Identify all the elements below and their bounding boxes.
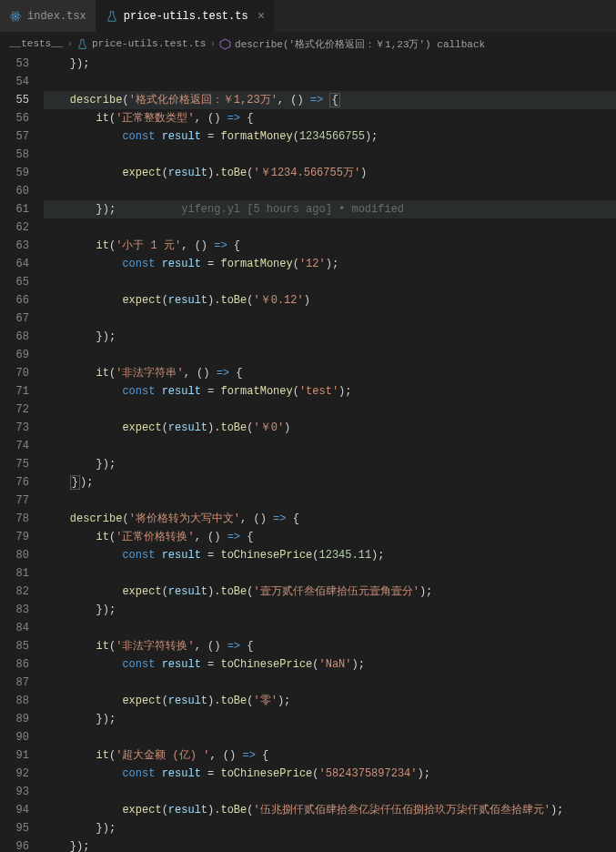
line-number: 61 bbox=[0, 200, 29, 218]
code-line[interactable] bbox=[44, 492, 616, 510]
line-number: 95 bbox=[0, 819, 29, 837]
line-number: 78 bbox=[0, 510, 29, 528]
code-line[interactable]: const result = toChinesePrice('582437589… bbox=[44, 765, 616, 783]
code-line[interactable]: expect(result).toBe('￥0') bbox=[44, 419, 616, 437]
code-line[interactable]: describe('将价格转为大写中文', () => { bbox=[44, 510, 616, 528]
line-number: 77 bbox=[0, 492, 29, 510]
code-editor[interactable]: 5354555657585960616263646566676869707172… bbox=[0, 55, 616, 852]
code-line[interactable] bbox=[44, 728, 616, 746]
code-line[interactable]: }); bbox=[44, 819, 616, 837]
line-number: 56 bbox=[0, 109, 29, 127]
tab-index[interactable]: index.tsx bbox=[0, 0, 96, 32]
code-line[interactable] bbox=[44, 674, 616, 692]
code-line[interactable]: expect(result).toBe('￥0.12') bbox=[44, 291, 616, 309]
code-line[interactable] bbox=[44, 309, 616, 328]
code-line[interactable] bbox=[44, 273, 616, 291]
code-line[interactable]: }); yifeng.yl [5 hours ago] • modified bbox=[44, 200, 616, 218]
line-number: 90 bbox=[0, 728, 29, 746]
line-number: 54 bbox=[0, 73, 29, 91]
line-number: 64 bbox=[0, 255, 29, 273]
code-line[interactable]: const result = formatMoney(1234566755); bbox=[44, 127, 616, 146]
tab-price-utils-test[interactable]: price-utils.test.ts × bbox=[96, 0, 275, 32]
line-number: 67 bbox=[0, 309, 29, 328]
line-gutter: 5354555657585960616263646566676869707172… bbox=[0, 55, 44, 852]
line-number: 69 bbox=[0, 346, 29, 364]
line-number: 81 bbox=[0, 564, 29, 583]
editor-tabs: index.tsx price-utils.test.ts × bbox=[0, 0, 616, 33]
line-number: 59 bbox=[0, 164, 29, 182]
code-line[interactable]: const result = toChinesePrice('NaN'); bbox=[44, 655, 616, 674]
line-number: 63 bbox=[0, 237, 29, 255]
code-line[interactable]: }); bbox=[44, 328, 616, 346]
line-number: 53 bbox=[0, 55, 29, 73]
line-number: 58 bbox=[0, 146, 29, 164]
line-number: 68 bbox=[0, 328, 29, 346]
tab-label: index.tsx bbox=[27, 10, 86, 23]
code-line[interactable]: const result = formatMoney('12'); bbox=[44, 255, 616, 273]
line-number: 82 bbox=[0, 583, 29, 601]
code-line[interactable]: expect(result).toBe('壹万贰仟叁佰肆拾伍元壹角壹分'); bbox=[44, 583, 616, 601]
code-line[interactable]: }); bbox=[44, 837, 616, 852]
code-line[interactable]: }); bbox=[44, 473, 616, 492]
code-line[interactable]: }); bbox=[44, 710, 616, 728]
code-line[interactable] bbox=[44, 619, 616, 637]
breadcrumb: __tests__ › price-utils.test.ts › descri… bbox=[0, 33, 616, 55]
line-number: 79 bbox=[0, 528, 29, 546]
code-line[interactable] bbox=[44, 437, 616, 455]
code-content[interactable]: }); describe('格式化价格返回：￥1,23万', () => { i… bbox=[44, 55, 616, 852]
line-number: 62 bbox=[0, 218, 29, 237]
line-number: 66 bbox=[0, 291, 29, 309]
code-line[interactable]: expect(result).toBe('伍兆捌仟贰佰肆拾叁亿柒仟伍佰捌拾玖万柒… bbox=[44, 801, 616, 819]
line-number: 65 bbox=[0, 273, 29, 291]
code-line[interactable]: describe('格式化价格返回：￥1,23万', () => { bbox=[44, 91, 616, 109]
line-number: 72 bbox=[0, 401, 29, 419]
code-line[interactable] bbox=[44, 146, 616, 164]
test-file-icon bbox=[76, 38, 88, 50]
code-line[interactable]: expect(result).toBe('￥1234.566755万') bbox=[44, 164, 616, 182]
line-number: 92 bbox=[0, 765, 29, 783]
line-number: 76 bbox=[0, 473, 29, 492]
code-line[interactable]: it('非法字符转换', () => { bbox=[44, 637, 616, 655]
code-line[interactable]: expect(result).toBe('零'); bbox=[44, 692, 616, 710]
code-line[interactable]: it('非法字符串', () => { bbox=[44, 364, 616, 382]
line-number: 91 bbox=[0, 746, 29, 765]
code-line[interactable]: it('正常整数类型', () => { bbox=[44, 109, 616, 127]
breadcrumb-file[interactable]: price-utils.test.ts bbox=[92, 38, 206, 49]
breadcrumb-folder[interactable]: __tests__ bbox=[9, 38, 63, 49]
code-line[interactable]: it('正常价格转换', () => { bbox=[44, 528, 616, 546]
line-number: 93 bbox=[0, 783, 29, 801]
code-line[interactable]: }); bbox=[44, 601, 616, 619]
line-number: 86 bbox=[0, 655, 29, 674]
chevron-right-icon: › bbox=[66, 38, 73, 49]
chevron-right-icon: › bbox=[209, 38, 216, 49]
svg-point-0 bbox=[15, 15, 16, 16]
code-line[interactable] bbox=[44, 346, 616, 364]
code-line[interactable] bbox=[44, 783, 616, 801]
code-line[interactable]: }); bbox=[44, 55, 616, 73]
line-number: 88 bbox=[0, 692, 29, 710]
line-number: 85 bbox=[0, 637, 29, 655]
line-number: 83 bbox=[0, 601, 29, 619]
line-number: 57 bbox=[0, 127, 29, 146]
code-line[interactable]: const result = toChinesePrice(12345.11); bbox=[44, 546, 616, 564]
code-line[interactable] bbox=[44, 218, 616, 237]
line-number: 89 bbox=[0, 710, 29, 728]
code-line[interactable]: it('超大金额 (亿) ', () => { bbox=[44, 746, 616, 765]
line-number: 70 bbox=[0, 364, 29, 382]
breadcrumb-symbol[interactable]: describe('格式化价格返回：￥1,23万') callback bbox=[235, 37, 485, 51]
code-line[interactable]: it('小于 1 元', () => { bbox=[44, 237, 616, 255]
code-line[interactable]: }); bbox=[44, 455, 616, 473]
line-number: 96 bbox=[0, 837, 29, 852]
code-line[interactable] bbox=[44, 182, 616, 200]
line-number: 73 bbox=[0, 419, 29, 437]
code-line[interactable] bbox=[44, 73, 616, 91]
line-number: 55 bbox=[0, 91, 29, 109]
close-icon[interactable]: × bbox=[258, 9, 265, 24]
react-icon bbox=[9, 10, 22, 23]
code-line[interactable]: const result = formatMoney('test'); bbox=[44, 382, 616, 401]
line-number: 75 bbox=[0, 455, 29, 473]
test-file-icon bbox=[106, 10, 118, 23]
line-number: 74 bbox=[0, 437, 29, 455]
code-line[interactable] bbox=[44, 401, 616, 419]
code-line[interactable] bbox=[44, 564, 616, 583]
